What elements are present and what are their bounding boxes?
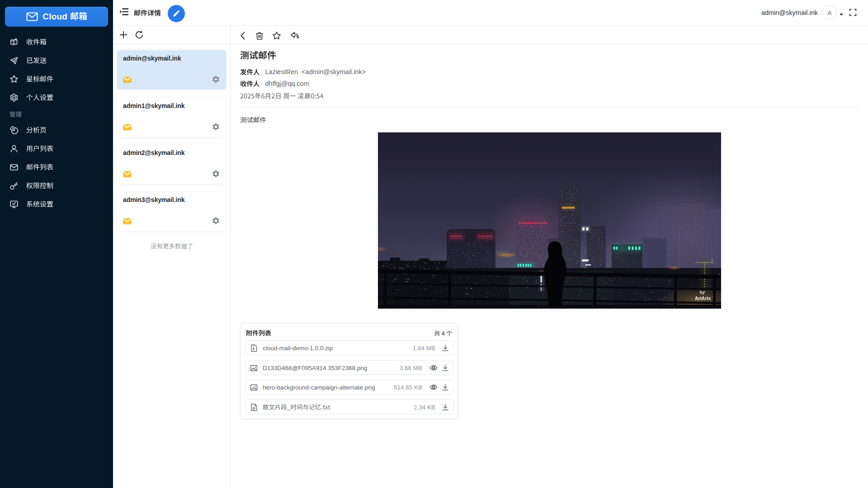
svg-text:AriArts: AriArts (695, 296, 711, 301)
svg-text:by: by (700, 290, 705, 295)
